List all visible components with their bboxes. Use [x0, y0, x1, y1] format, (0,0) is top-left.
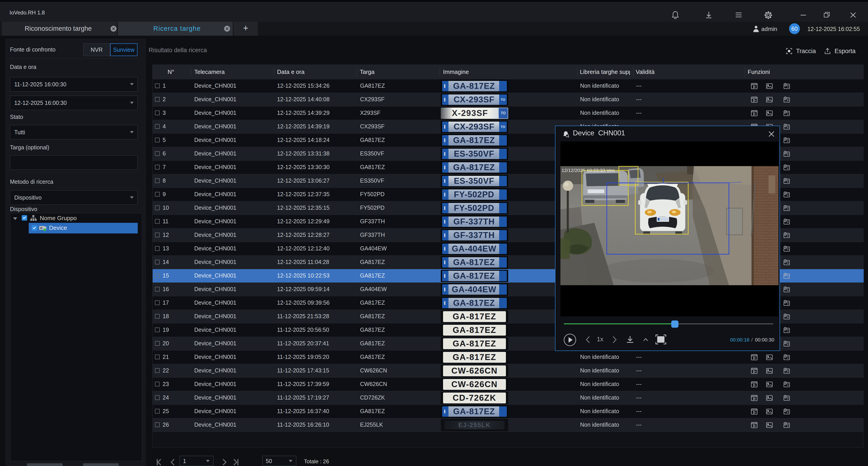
- svg-text:IA: IA: [40, 227, 42, 229]
- svg-text:12/12/2025 10:23:33 Ven: 12/12/2025 10:23:33 Ven: [562, 168, 615, 173]
